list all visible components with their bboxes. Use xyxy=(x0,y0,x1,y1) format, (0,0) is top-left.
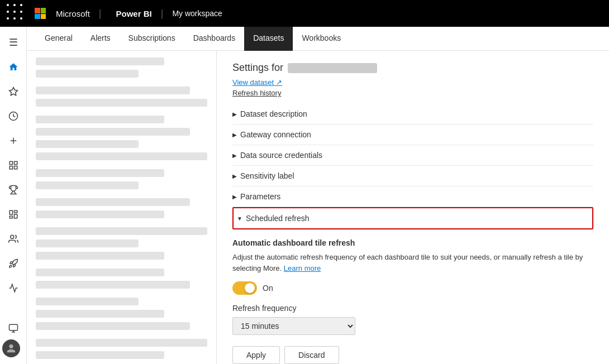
section-dataset-description[interactable]: Dataset description xyxy=(232,104,593,124)
section-data-source-credentials[interactable]: Data source credentials xyxy=(232,145,593,166)
rocket-icon[interactable] xyxy=(2,252,25,275)
sidebar: ☰ xyxy=(0,27,27,364)
dataset-list xyxy=(27,51,217,364)
chevron-right-icon xyxy=(232,194,237,200)
settings-title: Settings for xyxy=(232,62,593,74)
chevron-right-icon xyxy=(232,132,237,138)
panels: Settings for View dataset ↗ Refresh hist… xyxy=(27,51,609,364)
tab-bar: General Alerts Subscriptions Dashboards … xyxy=(27,27,609,51)
learn-more-link[interactable]: Learn more xyxy=(284,264,321,272)
svg-marker-0 xyxy=(9,88,17,95)
tab-subscriptions[interactable]: Subscriptions xyxy=(120,27,184,51)
svg-rect-10 xyxy=(14,214,17,218)
refresh-subtitle: Automatic dashboard tile refresh xyxy=(232,238,593,247)
tab-alerts[interactable]: Alerts xyxy=(82,27,120,51)
main-layout: ☰ xyxy=(0,27,609,364)
content-area: General Alerts Subscriptions Dashboards … xyxy=(27,27,609,364)
refresh-toggle[interactable] xyxy=(232,281,257,295)
apply-button[interactable]: Apply xyxy=(232,346,280,364)
svg-rect-8 xyxy=(9,210,12,214)
favorites-icon[interactable] xyxy=(2,80,25,103)
svg-point-12 xyxy=(10,235,13,238)
section-scheduled-refresh[interactable]: Scheduled refresh xyxy=(232,207,593,229)
chevron-right-icon xyxy=(232,111,237,117)
product-name: Power BI xyxy=(116,9,152,18)
sidebar-bottom xyxy=(2,317,25,364)
trophy-icon[interactable] xyxy=(2,179,25,201)
recent-icon[interactable] xyxy=(2,105,25,127)
user-avatar[interactable] xyxy=(2,339,20,357)
discard-button[interactable]: Discard xyxy=(284,346,339,364)
tab-general[interactable]: General xyxy=(36,27,82,51)
svg-rect-11 xyxy=(9,216,12,218)
refresh-description: Adjust the automatic refresh frequency o… xyxy=(232,252,593,274)
section-sensitivity-label[interactable]: Sensitivity label xyxy=(232,166,593,186)
monitor-icon[interactable] xyxy=(2,317,25,339)
settings-panel: Settings for View dataset ↗ Refresh hist… xyxy=(217,51,609,364)
scheduled-refresh-content: Automatic dashboard tile refresh Adjust … xyxy=(232,229,593,364)
section-parameters[interactable]: Parameters xyxy=(232,186,593,207)
workspace-name: My workspace xyxy=(172,9,222,18)
apps-store-icon[interactable] xyxy=(2,154,25,176)
settings-title-dataset-name xyxy=(288,63,377,73)
refresh-history-link[interactable]: Refresh history xyxy=(232,89,593,97)
lineage-icon[interactable] xyxy=(2,277,25,299)
toggle-row: On xyxy=(232,281,593,295)
toggle-knob xyxy=(245,283,255,293)
brand-name: Microsoft xyxy=(56,9,90,18)
users-icon[interactable] xyxy=(2,228,25,250)
svg-rect-4 xyxy=(9,161,12,164)
tab-datasets[interactable]: Datasets xyxy=(244,27,293,51)
create-icon[interactable] xyxy=(2,130,25,152)
chevron-right-icon xyxy=(232,173,237,179)
frequency-label: Refresh frequency xyxy=(232,304,593,313)
settings-title-prefix: Settings for xyxy=(232,62,283,74)
chevron-down-icon xyxy=(237,215,242,222)
svg-rect-7 xyxy=(14,166,17,169)
svg-rect-9 xyxy=(14,210,17,213)
home-icon[interactable] xyxy=(2,56,25,78)
chevron-right-icon xyxy=(232,152,237,159)
nav-separator: | xyxy=(99,8,102,20)
nav-divider: | xyxy=(161,8,164,20)
dashboard-icon[interactable] xyxy=(2,203,25,226)
hamburger-menu-icon[interactable]: ☰ xyxy=(2,31,25,54)
app-grid-icon[interactable] xyxy=(7,4,26,23)
view-dataset-link[interactable]: View dataset ↗ xyxy=(232,78,593,87)
top-navigation: Microsoft | Power BI | My workspace xyxy=(0,0,609,27)
svg-rect-13 xyxy=(9,324,17,331)
tab-workbooks[interactable]: Workbooks xyxy=(293,27,350,51)
button-row: Apply Discard xyxy=(232,346,593,364)
microsoft-logo xyxy=(35,8,46,19)
svg-rect-6 xyxy=(9,166,12,169)
frequency-select[interactable]: 15 minutes 30 minutes 1 hour 2 hours 4 h… xyxy=(232,317,355,335)
section-gateway-connection[interactable]: Gateway connection xyxy=(232,124,593,145)
tab-dashboards[interactable]: Dashboards xyxy=(184,27,245,51)
toggle-label: On xyxy=(263,284,273,293)
svg-rect-5 xyxy=(14,161,17,164)
